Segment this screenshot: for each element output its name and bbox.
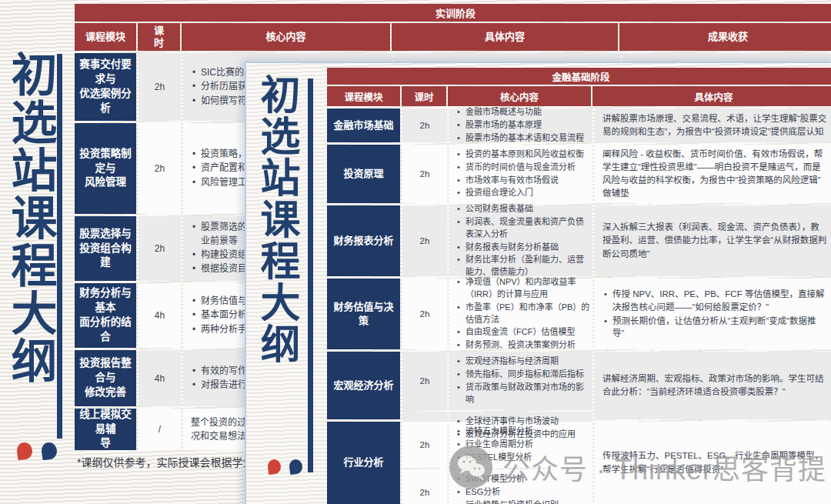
detail-cell: 讲解股票市场原理、交易流程、术语，让学生理解“股票交易的规则和生态”，为报告中“… [595, 108, 831, 142]
col-header-module: 课程模块 [327, 86, 400, 106]
module-cell: 宏观经济分析 [327, 352, 400, 419]
hours-cell: 2h [138, 123, 181, 214]
table-header-row: 课程模块 课时 核心内容 具体内容 [327, 86, 831, 106]
module-cell: 财务估值与决 策 [327, 279, 400, 349]
table-row: 财务报表分析 2h 公司财务报表基础 利润表、现金流量表和资产负债表深入分析 财… [327, 205, 831, 276]
stage-title-bar: 实训阶段 [75, 4, 831, 22]
col-header-core: 核心内容 [182, 23, 390, 51]
col-header-hours: 课时 [138, 23, 180, 51]
core-content-cell: 投资的基本原则和风险收益权衡 货币的时间价值与现金流分析 市场效率与有效市场假说… [449, 145, 592, 203]
quote-icon [17, 442, 57, 462]
footnote: *课纲仅供参考，实际授课会根据学生 [77, 454, 253, 469]
hours-cell: 2h [402, 422, 447, 468]
page-title-vertical: 初选站课程大纲 [6, 51, 52, 385]
core-content-cell: 公司财务报表基础 利润表、现金流量表和资产负债表深入分析 财务报表与财务分析基础… [449, 205, 592, 276]
quote-dot-navy-icon [41, 442, 58, 461]
module-cell: 投资原理 [327, 145, 400, 203]
table-row: 宏观经济分析 2h 宏观经济指标与经济周期 领先指标、同步指标和滞后指标 货币政… [327, 352, 831, 419]
module-cell: 线上模拟交易辅 导 [75, 409, 136, 450]
subrow-column: 2h 波特五力模型分析 行业生命周期分析 PESTEL模型分析 2h [402, 422, 592, 504]
subrow-column: 2h 宏观经济指标与经济周期 领先指标、同步指标和滞后指标 货币政策与财政政策对… [402, 352, 592, 419]
table-row: 财务估值与决 策 2h 净现值（NPV）和内部收益率（IRR）的计算与应用 市盈… [327, 279, 831, 349]
foreground-slide: 初选站课程大纲 金融基础阶段 课程模块 课时 核心内容 具体内容 金融市场基础 … [245, 62, 831, 504]
hours-cell: 2h [402, 469, 447, 504]
table-row: 行业分析 2h 波特五力模型分析 行业生命周期分析 PESTEL模型分析 [327, 422, 831, 504]
quote-dot-red-icon [267, 459, 282, 475]
table-row: 金融市场基础 2h 金融市场概述与功能 股票市场的基本原理 股票市场的基本术语和… [327, 108, 831, 142]
module-cell: 财务报表分析 [327, 205, 400, 276]
stage-title-bar: 金融基础阶段 [327, 68, 831, 85]
slide-canvas: 初选站课程大纲 实训阶段 课程模块 课时 核心内容 具体内容 成果收获 赛事交付… [0, 0, 831, 504]
core-content-cell: SWOT模型分析 ESG分析 行业趋势与投资机会识别 [449, 469, 592, 504]
table-row: 投资原理 2h 投资的基本原则和风险收益权衡 货币的时间价值与现金流分析 市场效… [327, 145, 831, 203]
hours-cell: 2h [138, 216, 181, 281]
quote-dot-navy-icon [289, 459, 303, 475]
hours-cell: 2h [402, 279, 447, 349]
col-header-detail: 具体内容 [392, 23, 618, 51]
finance-basics-table: 金融基础阶段 课程模块 课时 核心内容 具体内容 金融市场基础 2h 金融市场概… [327, 68, 831, 504]
title-divider-bar [308, 78, 313, 472]
detail-cell: 讲解经济周期、宏观指标、政策对市场的影响。学生可结合此分析：“当前经济环境适合投… [595, 352, 831, 419]
detail-cell: 阐释风险 - 收益权衡、货币时间价值、有效市场假说，帮学生建立“理性投资思维”—… [595, 145, 831, 203]
col-header-module: 课程模块 [75, 23, 136, 51]
detail-cell: 传授波特五力、PESTEL、ESG、行业生命周期等模型，帮学生拆解“行业是否值得… [595, 422, 831, 504]
hours-cell: 2h [138, 53, 181, 121]
hours-cell: 2h [402, 205, 447, 276]
module-cell: 投资报告整合与 修改完善 [75, 350, 136, 406]
col-header-result: 成果收获 [619, 23, 831, 51]
module-cell: 财务分析与基本 面分析的结合 [75, 283, 136, 348]
col-header-core: 核心内容 [448, 86, 591, 106]
module-cell: 赛事交付要求与 优选案例分析 [75, 53, 136, 121]
col-header-detail: 具体内容 [592, 86, 831, 106]
core-content-cell: 宏观经济指标与经济周期 领先指标、同步指标和滞后指标 货币政策与财政政策对市场的… [449, 352, 592, 410]
hours-cell: / [138, 409, 181, 450]
quote-icon [268, 459, 302, 477]
title-divider-bar [57, 54, 62, 439]
core-content-cell: 金融市场概述与功能 股票市场的基本原理 股票市场的基本术语和交易流程 [449, 108, 592, 142]
hours-cell: 4h [138, 350, 181, 406]
module-cell: 股票选择与 投资组合构建 [75, 216, 136, 281]
detail-cell: 传授 NPV、IRR、PE、PB、FCF 等估值模型，直接解决报告核心问题——“… [595, 279, 831, 349]
core-content-cell: 波特五力模型分析 行业生命周期分析 PESTEL模型分析 [449, 422, 592, 468]
core-content-cell: 净现值（NPV）和内部收益率（IRR）的计算与应用 市盈率（PE）和市净率（PB… [449, 279, 592, 349]
hours-cell: 2h [402, 145, 447, 203]
col-header-hours: 课时 [402, 86, 446, 106]
page-title-vertical: 初选站课程大纲 [257, 74, 297, 365]
detail-cell: 深入拆解三大报表（利润表、现金流、资产负债表），教授盈利、运营、偿债能力比率，让… [595, 205, 831, 276]
quote-dot-red-icon [16, 442, 34, 461]
module-cell: 金融市场基础 [327, 108, 400, 142]
hours-cell: 4h [138, 283, 181, 348]
module-cell: 行业分析 [327, 422, 400, 504]
module-cell: 投资策略制定与 风险管理 [75, 123, 136, 214]
table-header-row: 课程模块 课时 核心内容 具体内容 成果收获 [75, 23, 831, 51]
hours-cell: 2h [402, 352, 447, 410]
hours-cell: 2h [402, 108, 447, 142]
